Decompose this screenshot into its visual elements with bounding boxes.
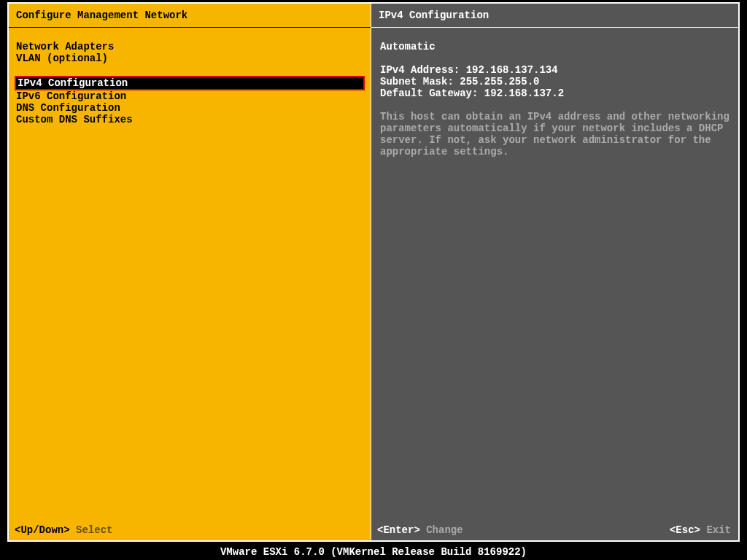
esc-action-hint: Exit: [706, 524, 731, 536]
gateway-label: Default Gateway:: [380, 88, 478, 99]
right-panel-title: IPv4 Configuration: [371, 4, 738, 28]
right-hint-bar: <Enter> Change <Esc> Exit: [377, 524, 731, 536]
updown-key-hint: <Up/Down>: [15, 524, 70, 536]
selection-highlight: IPv4 Configuration: [15, 76, 365, 90]
ipv4-address-line: IPv4 Address: 192.168.137.134: [380, 64, 729, 76]
menu-item-ipv4-config[interactable]: IPv4 Configuration: [16, 77, 363, 89]
enter-key-hint: <Enter>: [377, 524, 420, 536]
ipv4-address-value: 192.168.137.134: [466, 64, 558, 76]
esc-key-hint: <Esc>: [670, 524, 700, 536]
menu-block: Network Adapters VLAN (optional) IPv4 Co…: [9, 28, 371, 125]
menu-item-ipv6-config[interactable]: IPv6 Configuration: [16, 90, 363, 102]
enter-hint: <Enter> Change: [377, 524, 463, 536]
menu-item-dns-suffixes[interactable]: Custom DNS Suffixes: [16, 114, 363, 125]
menu-item-network-adapters[interactable]: Network Adapters: [16, 41, 363, 52]
enter-action-hint: Change: [426, 524, 462, 536]
subnet-mask-label: Subnet Mask:: [380, 76, 454, 88]
gateway-line: Default Gateway: 192.168.137.2: [380, 88, 729, 99]
left-panel: Configure Management Network Network Ada…: [8, 3, 371, 541]
left-panel-title: Configure Management Network: [9, 4, 371, 28]
footer-version: VMware ESXi 6.7.0 (VMKernel Release Buil…: [0, 546, 747, 558]
ipv4-mode: Automatic: [380, 41, 729, 52]
menu-item-dns-config[interactable]: DNS Configuration: [16, 102, 363, 114]
ipv4-address-label: IPv4 Address:: [380, 64, 460, 76]
gateway-value: 192.168.137.2: [484, 88, 564, 99]
menu-gap: [16, 64, 363, 76]
subnet-mask-line: Subnet Mask: 255.255.255.0: [380, 76, 729, 88]
detail-block: Automatic IPv4 Address: 192.168.137.134 …: [371, 28, 738, 158]
left-hint-bar: <Up/Down> Select: [15, 524, 112, 536]
dcui-screen: Configure Management Network Network Ada…: [7, 2, 740, 542]
updown-action-hint: Select: [76, 524, 112, 536]
menu-item-vlan[interactable]: VLAN (optional): [16, 52, 363, 64]
help-text: This host can obtain an IPv4 address and…: [380, 111, 729, 158]
subnet-mask-value: 255.255.255.0: [460, 76, 539, 88]
right-panel: IPv4 Configuration Automatic IPv4 Addres…: [371, 3, 739, 541]
esc-hint: <Esc> Exit: [670, 524, 731, 536]
